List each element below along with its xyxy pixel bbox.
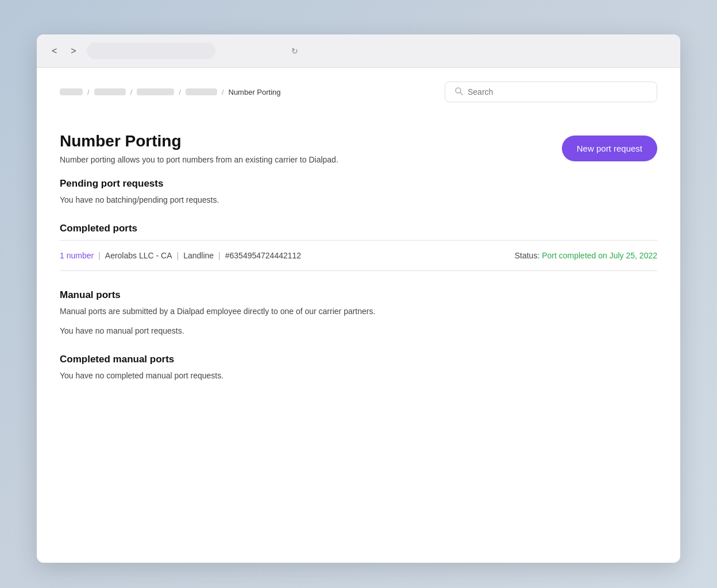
completed-section: Completed ports 1 number | Aerolabs LLC … — [60, 223, 657, 271]
breadcrumb-bar: / / / / Number Porting — [60, 68, 657, 114]
completed-manual-section-title: Completed manual ports — [60, 354, 657, 365]
port-sep-1: | — [98, 251, 101, 260]
address-bar[interactable] — [87, 42, 215, 59]
completed-section-title: Completed ports — [60, 223, 657, 234]
port-company: Aerolabs LLC - CA — [105, 251, 172, 260]
svg-point-0 — [456, 88, 461, 93]
manual-section-body2: You have no manual port requests. — [60, 326, 657, 335]
breadcrumb-current: Number Porting — [229, 88, 281, 96]
main-header: Number Porting Number porting allows you… — [60, 114, 657, 178]
completed-manual-section-body: You have no completed manual port reques… — [60, 371, 657, 380]
back-button[interactable]: < — [48, 45, 60, 57]
search-input[interactable] — [468, 87, 647, 96]
manual-section-body1: Manual ports are submitted by a Dialpad … — [60, 307, 657, 316]
port-info: 1 number | Aerolabs LLC - CA | Landline … — [60, 251, 301, 260]
manual-section: Manual ports Manual ports are submitted … — [60, 289, 657, 335]
port-number-link[interactable]: 1 number — [60, 251, 94, 260]
refresh-icon: ↻ — [291, 47, 298, 56]
pending-section-body: You have no batching/pending port reques… — [60, 195, 657, 204]
search-icon — [454, 87, 463, 97]
browser-chrome: < > ↻ — [37, 34, 680, 68]
new-port-request-button[interactable]: New port request — [562, 136, 657, 161]
search-box[interactable] — [445, 82, 657, 102]
breadcrumb: / / / / Number Porting — [60, 88, 281, 96]
breadcrumb-item-1 — [60, 88, 83, 95]
port-number: #6354954724442112 — [225, 251, 301, 260]
breadcrumb-sep-4: / — [222, 88, 224, 96]
port-sep-2: | — [177, 251, 179, 260]
page-title: Number Porting — [60, 132, 338, 150]
port-row: 1 number | Aerolabs LLC - CA | Landline … — [60, 240, 657, 271]
browser-window: < > ↻ / / / / Number Porting — [37, 34, 680, 563]
breadcrumb-item-3 — [137, 88, 174, 95]
breadcrumb-sep-2: / — [130, 88, 133, 96]
port-type: Landline — [183, 251, 214, 260]
port-sep-3: | — [218, 251, 221, 260]
breadcrumb-item-2 — [94, 88, 126, 95]
forward-button[interactable]: > — [67, 45, 79, 57]
breadcrumb-sep-1: / — [87, 88, 90, 96]
header-text: Number Porting Number porting allows you… — [60, 132, 338, 164]
breadcrumb-item-4 — [186, 88, 217, 95]
pending-section: Pending port requests You have no batchi… — [60, 178, 657, 204]
port-status: Status: Port completed on July 25, 2022 — [515, 251, 657, 260]
manual-section-title: Manual ports — [60, 289, 657, 301]
status-value-text: Port completed on July 25, 2022 — [542, 251, 657, 260]
breadcrumb-sep-3: / — [179, 88, 181, 96]
svg-line-1 — [461, 93, 463, 95]
completed-manual-section: Completed manual ports You have no compl… — [60, 354, 657, 380]
address-bar-wrap: ↻ — [87, 42, 305, 59]
page-content: / / / / Number Porting — [37, 68, 680, 433]
page-subtitle: Number porting allows you to port number… — [60, 155, 338, 164]
status-label: Status: — [515, 251, 540, 260]
pending-section-title: Pending port requests — [60, 178, 657, 189]
